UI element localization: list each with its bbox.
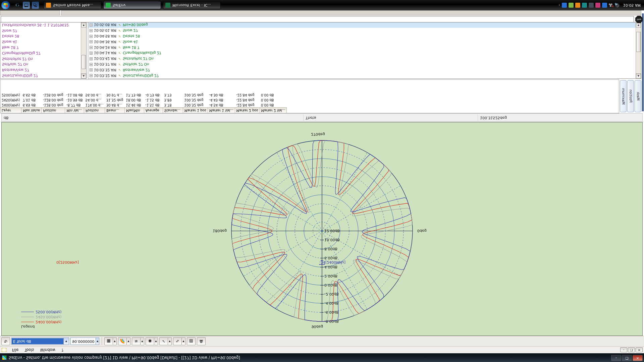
column-header[interactable]: Position (84, 108, 105, 113)
updater-icon[interactable] (569, 3, 574, 8)
network-disconnected-icon[interactable]: 🖧✕ (609, 3, 613, 8)
data-grid-button[interactable]: ≋ (132, 337, 141, 345)
results-table[interactable]: LayerMax ValuePositionMin Val...Position… (0, 93, 287, 113)
side-tab-mask[interactable]: Mask (635, 80, 641, 112)
scroll-down-icon[interactable]: ▼ (81, 22, 86, 27)
expand-plus-icon[interactable]: + (90, 63, 93, 66)
show-desktop-icon[interactable]: 🗔 (23, 2, 30, 9)
field-combobox[interactable]: E Total dB ▼ (11, 338, 69, 345)
expand-plus-icon[interactable]: + (90, 35, 93, 38)
log-row[interactable]: +10:05:01 AM✓Show 27 (88, 28, 636, 34)
table-row[interactable]: 2500(MHz)6.65 dB-128.00 deg-11.08 dB56.0… (0, 93, 287, 98)
device-icon[interactable] (589, 3, 594, 8)
print-button[interactable]: 🖶 (197, 337, 206, 345)
warning-icon[interactable] (575, 3, 580, 8)
history-item[interactable]: Show 41 (0, 39, 81, 45)
log-row[interactable]: +10:03:32 AM✓RedrawView 27 (88, 67, 636, 73)
column-header[interactable]: Marker 1 pos (183, 108, 208, 113)
scroll-up-icon[interactable]: ▲ (636, 73, 641, 78)
chevron-down-icon[interactable]: ▼ (96, 338, 99, 345)
restore-button[interactable]: ❐ (622, 355, 632, 361)
column-header[interactable]: Average (144, 108, 163, 113)
column-header[interactable]: Marker 2 pos (235, 108, 260, 113)
scroll-up-icon[interactable]: ▲ (81, 73, 86, 78)
column-header[interactable]: Max/Min (124, 108, 144, 113)
start-button[interactable] (1, 1, 10, 10)
log-row[interactable]: +10:03:32 AM✓SelectLayerIDDlg 27 (88, 73, 636, 78)
log-row[interactable]: +10:04:14 AM✓ChangeMinMaxDlg 27 (88, 50, 636, 56)
chevron-down-icon[interactable]: ▼ (113, 337, 117, 345)
clock[interactable]: 10:05 AM (623, 3, 641, 7)
column-header[interactable]: Standar... (163, 108, 183, 113)
column-header[interactable]: Marker 2 Val... (260, 108, 287, 113)
speaker-icon[interactable]: 🔊 (614, 3, 620, 8)
expand-plus-icon[interactable]: + (90, 68, 93, 71)
task-button-satenv[interactable]: SatEnv (103, 1, 161, 9)
chevron-down-icon[interactable]: ▼ (141, 337, 144, 345)
side-tab-position[interactable]: Position (627, 80, 634, 112)
log-row[interactable]: +10:05:08 AM✓Phi=90.00deg (88, 22, 636, 28)
history-item[interactable]: Show 27 (0, 28, 81, 34)
expand-plus-icon[interactable]: + (90, 57, 93, 60)
expand-plus-icon[interactable]: + (90, 23, 93, 26)
command-input[interactable] (1, 16, 634, 22)
refresh-button[interactable]: ↻ (1, 337, 10, 345)
column-header[interactable]: Marker 1 Val... (208, 108, 235, 113)
side-tab-maximum[interactable]: Maximum (620, 80, 627, 112)
expand-plus-icon[interactable]: + (90, 74, 93, 77)
colormap-button[interactable]: 🌈 (118, 337, 127, 345)
history-scrollbar[interactable]: ▲ ▼ (81, 22, 86, 78)
menu-item-window[interactable]: Window (37, 347, 58, 353)
history-item[interactable]: SetInfoPlot 27 On (0, 56, 81, 62)
history-item[interactable]: Delete 28 (0, 34, 81, 39)
right-scroll-edge[interactable] (642, 13, 644, 111)
scroll-thumb[interactable] (636, 32, 641, 52)
mdi-minimize-button[interactable]: – (620, 347, 627, 352)
report-button[interactable]: ▤ (187, 337, 196, 345)
chevron-down-icon[interactable]: ▼ (154, 337, 158, 345)
expand-plus-icon[interactable]: + (90, 40, 93, 43)
expand-plus-icon[interactable]: + (90, 29, 93, 32)
column-header[interactable]: Min Val... (65, 108, 84, 113)
polar-chart[interactable]: 12.00dB10.00dB8.00dB6.00dB4.00dB2.00dB0.… (1, 122, 643, 336)
log-row[interactable]: +10:04:24 AM✓New 18 7 (88, 45, 636, 50)
log-row[interactable]: +10:03:37 AM✓SetPolar 27 On (88, 62, 636, 67)
messenger-icon[interactable] (595, 3, 600, 8)
column-header[interactable]: Max Value (21, 108, 42, 113)
chevron-down-icon[interactable]: ▼ (168, 337, 172, 345)
scroll-thumb[interactable] (82, 55, 86, 69)
chevron-down-icon[interactable]: ▼ (63, 338, 69, 345)
disc-export-button[interactable]: ◉ (146, 337, 154, 345)
menu-item-tools[interactable]: Tools (21, 347, 37, 353)
wrench-icon[interactable] (562, 3, 567, 8)
tray-expand-icon[interactable]: ‹ (559, 3, 560, 7)
mdi-close-button[interactable]: ✕ (636, 347, 643, 352)
table-row[interactable]: 2400(MHz)6.69 dB-128.00 deg-8.77 dB174.0… (0, 103, 287, 108)
log-row[interactable]: +10:04:36 AM✓Show 41 (88, 39, 636, 45)
expand-plus-icon[interactable]: + (90, 52, 93, 55)
mdi-restore-button[interactable]: ❐ (628, 347, 635, 352)
history-item[interactable]: LockPositionOnAxis 26 -1 1.57079632 (0, 22, 81, 28)
minimize-button[interactable]: – (611, 355, 621, 361)
marker-check-button[interactable]: ✓ (159, 337, 168, 345)
internet-explorer-icon[interactable]: ℮ (14, 2, 21, 9)
task-button-microsoft[interactable]: Microsoft Excel - IC... (163, 1, 221, 9)
chevron-down-icon[interactable]: ▼ (127, 337, 130, 345)
history-item[interactable]: New 18 7 (0, 45, 81, 50)
close-button[interactable]: ✕ (633, 355, 643, 361)
table-row[interactable]: 2450(MHz)7.01 dB-128.00 deg-10.99 dB54.0… (0, 98, 287, 103)
angle-combobox[interactable]: 90.0000000 ▼ (70, 338, 99, 345)
log-row[interactable]: +10:03:42 AM✓SetInfoPlot 27 On (88, 56, 636, 62)
scroll-down-icon[interactable]: ▼ (636, 22, 641, 27)
column-header[interactable]: Layer (0, 108, 21, 113)
stop-button[interactable]: Stop (635, 16, 643, 23)
curve-plot-button[interactable]: ∿ (173, 337, 182, 345)
meter-icon[interactable] (582, 3, 587, 8)
menu-item-file[interactable]: File (9, 347, 21, 353)
log-scrollbar[interactable]: ▲ ▼ (636, 22, 641, 78)
switch-windows-icon[interactable]: 🗗 (32, 2, 39, 9)
counter-icon[interactable] (602, 3, 607, 8)
history-item[interactable]: SelectLayerIDDlg 27 (0, 73, 81, 78)
chevron-down-icon[interactable]: ▼ (182, 337, 185, 345)
column-header[interactable]: Position (42, 108, 65, 113)
